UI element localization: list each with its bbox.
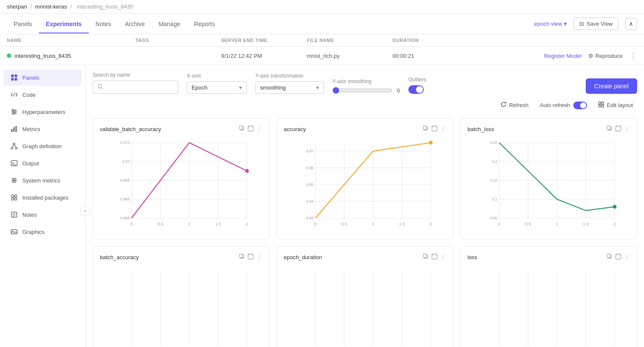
copy-icon[interactable]	[239, 254, 245, 261]
outliers-label: Outliers	[408, 77, 426, 83]
expand-icon[interactable]	[431, 254, 437, 261]
nav-reports[interactable]: Reports	[187, 15, 222, 33]
sliders-icon	[10, 108, 18, 116]
svg-point-16	[15, 147, 17, 149]
chart-title: batch_accuracy	[100, 254, 139, 260]
search-input[interactable]	[107, 84, 174, 90]
expand-icon[interactable]	[615, 254, 621, 261]
svg-text:0.5: 0.5	[525, 221, 531, 226]
svg-text:0.05: 0.05	[490, 216, 497, 220]
sidebar: Panels Code Hyperparameters Metrics Grap…	[0, 65, 86, 347]
expand-icon[interactable]	[431, 126, 437, 133]
search-box[interactable]	[93, 81, 178, 94]
chart-body: 00.511.520.930.940.950.960.97	[284, 138, 446, 232]
svg-line-18	[14, 145, 16, 147]
grid-icon	[10, 74, 18, 81]
col-header-name: NAME	[7, 38, 135, 43]
experiment-server-time: 9/1/22 12:42 PM	[221, 53, 307, 59]
nav-manage[interactable]: Manage	[152, 15, 187, 33]
chart-body: 00.511.52	[467, 266, 630, 347]
copy-icon[interactable]	[607, 254, 613, 261]
chart-body: 00.511.520.9640.9660.9680.970.972	[100, 138, 262, 232]
reproduce-button[interactable]: ⚙ Reproduce	[588, 53, 623, 59]
diagram-icon	[10, 142, 18, 150]
sidebar-item-metrics[interactable]: Metrics	[3, 121, 82, 137]
outliers-toggle[interactable]	[408, 85, 424, 94]
nav-archive[interactable]: Archive	[118, 15, 152, 33]
chevron-up-icon: ∧	[629, 21, 633, 27]
edit-layout-button[interactable]: Edit layout	[594, 99, 637, 111]
auto-refresh-toggle[interactable]	[573, 102, 587, 109]
terminal-icon	[10, 159, 18, 167]
more-icon[interactable]: ⋮	[440, 126, 446, 133]
breadcrumb-project[interactable]: mnnist-keras	[35, 3, 67, 10]
sidebar-item-hyperparameters[interactable]: Hyperparameters	[3, 104, 82, 120]
ytransform-select[interactable]: smoothing ▾	[255, 81, 324, 94]
refresh-button[interactable]: Refresh	[496, 99, 533, 111]
sidebar-label-notes: Notes	[22, 212, 37, 218]
create-panel-button[interactable]: Create panel	[586, 78, 637, 94]
svg-point-9	[14, 111, 16, 113]
save-view-button[interactable]: ⊟ Save View	[574, 18, 618, 30]
expand-icon[interactable]	[615, 126, 621, 133]
action-bar: Refresh Auto refresh Edit layout	[93, 99, 637, 111]
svg-rect-31	[12, 195, 14, 197]
collapse-button[interactable]: ∧	[625, 18, 637, 30]
more-icon[interactable]: ⋮	[624, 126, 630, 133]
svg-text:0.25: 0.25	[490, 141, 497, 145]
expand-icon[interactable]	[248, 126, 254, 133]
sidebar-label-graphics: Graphics	[22, 229, 45, 235]
sidebar-item-panels[interactable]: Panels	[3, 69, 82, 86]
svg-line-4	[13, 93, 15, 96]
chart-title: batch_loss	[467, 126, 494, 132]
controls-top-row: Search by name X-axis Epoch ▾ Y-axis tra…	[93, 72, 637, 94]
nav-panels[interactable]: Panels	[7, 15, 39, 33]
sidebar-item-code[interactable]: Code	[3, 87, 82, 103]
more-options-button[interactable]: ⋮	[629, 51, 637, 60]
xaxis-select[interactable]: Epoch ▾	[187, 81, 247, 94]
svg-rect-44	[602, 102, 604, 104]
ytransform-group: Y-axis transformation smoothing ▾	[255, 73, 324, 94]
sidebar-item-graphics[interactable]: Graphics	[3, 224, 82, 240]
nav-experiments[interactable]: Experiments	[39, 15, 89, 33]
nav-notes[interactable]: Notes	[89, 15, 118, 33]
more-icon[interactable]: ⋮	[256, 254, 262, 261]
svg-text:0.968: 0.968	[120, 178, 130, 182]
expand-icon[interactable]	[248, 254, 254, 261]
svg-text:0.5: 0.5	[341, 221, 347, 226]
copy-icon[interactable]	[423, 126, 429, 133]
package-icon	[10, 194, 18, 201]
smoothing-slider[interactable]	[332, 87, 392, 94]
sidebar-item-notes[interactable]: Notes	[3, 206, 82, 223]
xaxis-group: X-axis Epoch ▾	[187, 73, 247, 94]
register-model-button[interactable]: Register Model	[544, 53, 581, 59]
svg-point-10	[12, 113, 14, 114]
breadcrumb-user[interactable]: sherpan	[7, 3, 27, 10]
sidebar-item-system[interactable]: System metrics	[3, 172, 82, 188]
more-icon[interactable]: ⋮	[624, 254, 630, 261]
sidebar-item-packages[interactable]: Installed packages	[3, 189, 82, 206]
epoch-view-selector[interactable]: epoch view ▾	[534, 21, 567, 27]
chart-actions: ⋮	[607, 126, 630, 133]
main-layout: Panels Code Hyperparameters Metrics Grap…	[0, 65, 644, 347]
sidebar-label-system: System metrics	[22, 177, 60, 184]
svg-rect-2	[11, 78, 14, 81]
copy-icon[interactable]	[607, 126, 613, 133]
collapse-sidebar-button[interactable]: ‹	[80, 206, 90, 216]
more-icon[interactable]: ⋮	[440, 254, 446, 261]
chart-card: loss ⋮ 00.511.52	[460, 246, 637, 347]
more-icon[interactable]: ⋮	[256, 126, 262, 133]
copy-icon[interactable]	[239, 126, 245, 133]
svg-text:1: 1	[188, 221, 191, 226]
chart-actions: ⋮	[239, 254, 262, 261]
ytransform-label: Y-axis transformation	[255, 73, 324, 79]
sidebar-item-output[interactable]: Output	[3, 155, 82, 171]
copy-icon[interactable]	[423, 254, 429, 261]
notes-icon	[10, 211, 18, 218]
sidebar-label-packages: Installed packages	[22, 194, 69, 201]
chevron-down-icon: ▾	[316, 84, 319, 91]
sidebar-item-graph[interactable]: Graph definition	[3, 138, 82, 154]
svg-text:0: 0	[314, 221, 317, 226]
svg-rect-12	[13, 127, 15, 132]
svg-text:1.5: 1.5	[399, 221, 405, 226]
